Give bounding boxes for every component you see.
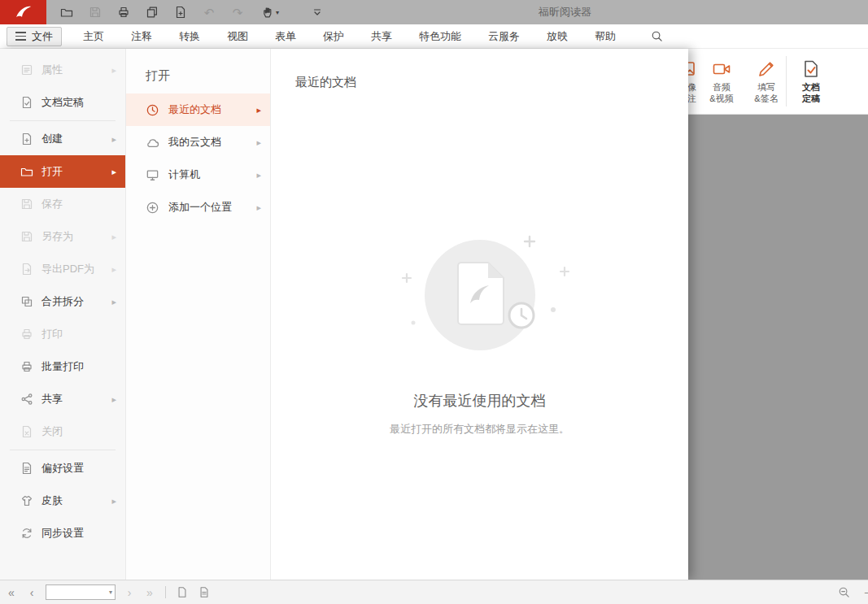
open-item-recent-documents[interactable]: 最近的文档▸ <box>126 93 270 126</box>
preferences-icon <box>20 462 33 475</box>
submenu-arrow-icon: ▸ <box>111 167 116 177</box>
first-page-button[interactable]: « <box>5 586 18 599</box>
quick-access-toolbar: ↶ ↷ ▾ <box>58 3 326 21</box>
document-check-icon <box>801 59 821 79</box>
file-menu-item-share[interactable]: 共享▸ <box>0 383 125 415</box>
redo-button[interactable]: ↷ <box>229 3 246 21</box>
folder-open-icon <box>60 6 73 19</box>
save-button[interactable] <box>86 3 104 21</box>
open-item-computer[interactable]: 计算机▸ <box>126 159 270 191</box>
tab-present[interactable]: 放映 <box>547 29 568 44</box>
file-menu-item-save[interactable]: 保存 <box>0 188 125 220</box>
tab-protect[interactable]: 保护 <box>323 29 344 44</box>
cloud-icon <box>146 136 159 150</box>
video-camera-icon <box>712 59 731 79</box>
skin-shirt-icon <box>20 494 33 507</box>
create-document-button[interactable] <box>172 3 190 21</box>
empty-state-hint: 最近打开的所有文档都将显示在这里。 <box>271 422 688 437</box>
tab-home[interactable]: 主页 <box>83 29 104 44</box>
tab-convert[interactable]: 转换 <box>179 29 200 44</box>
file-menu-item-skin[interactable]: 皮肤▸ <box>0 485 125 517</box>
file-menu-item-save-as[interactable]: 另存为▸ <box>0 220 125 253</box>
open-item-my-cloud-documents[interactable]: 我的云文档▸ <box>126 126 270 159</box>
plus-circle-icon <box>146 201 159 215</box>
recent-documents-panel: 最近的文档 没有最近使用的文档 最近打开的所有文档都将显示在这里。 <box>271 49 688 580</box>
open-item-add-a-place[interactable]: 添加一个位置▸ <box>126 191 270 224</box>
undo-button[interactable]: ↶ <box>200 3 218 21</box>
sync-icon <box>20 527 33 540</box>
submenu-arrow-icon: ▸ <box>256 105 261 115</box>
save-icon <box>89 6 102 19</box>
customize-toolbar-icon <box>311 6 324 19</box>
tab-help[interactable]: 帮助 <box>595 29 616 44</box>
tab-comment[interactable]: 注释 <box>131 29 152 44</box>
close-document-icon <box>20 425 33 438</box>
last-page-button[interactable]: » <box>143 586 156 599</box>
copy-pages-button[interactable] <box>143 3 161 21</box>
tab-share[interactable]: 共享 <box>371 29 392 44</box>
export-icon <box>20 263 33 276</box>
tab-view[interactable]: 视图 <box>227 29 248 44</box>
file-menu-item-export-pdf[interactable]: 导出PDF为▸ <box>0 253 125 285</box>
page-number-input[interactable] <box>49 586 109 599</box>
submenu-arrow-icon: ▸ <box>256 137 261 148</box>
single-page-view-button[interactable] <box>175 585 190 600</box>
customize-quick-access-button[interactable] <box>308 3 326 21</box>
statusbar-separator <box>165 586 166 598</box>
file-menu-item-batch-print[interactable]: 批量打印 <box>0 350 125 383</box>
submenu-arrow-icon: ▸ <box>111 297 116 307</box>
file-menu-item-open[interactable]: 打开▸ <box>0 155 125 188</box>
submenu-arrow-icon: ▸ <box>256 170 261 180</box>
submenu-arrow-icon: ▸ <box>111 264 116 275</box>
titlebar: ↶ ↷ ▾ 福昕阅读器 <box>0 0 868 24</box>
submenu-arrow-icon: ▸ <box>111 65 116 76</box>
empty-state-title: 没有最近使用的文档 <box>271 391 688 411</box>
file-menu-item-sync-settings[interactable]: 同步设置 <box>0 517 125 550</box>
menu-divider <box>10 120 116 121</box>
ribbon-item-audio-video[interactable]: 音频 &视频 <box>699 59 744 104</box>
hand-tool-icon <box>261 6 274 19</box>
file-menu-item-preferences[interactable]: 偏好设置 <box>0 452 125 485</box>
save-as-icon <box>20 230 33 243</box>
app-logo[interactable] <box>0 0 46 24</box>
ribbon-group-separator <box>786 56 787 106</box>
file-menu-item-properties[interactable]: 属性▸ <box>0 54 125 86</box>
ribbon-item-label-line2: &签名 <box>754 93 778 103</box>
tab-form[interactable]: 表单 <box>275 29 296 44</box>
ribbon-item-label-line2: 定稿 <box>802 93 820 103</box>
file-menu-panel: 属性▸ 文档定稿 创建▸ 打开▸ 保存 另存为▸ 导出PDF为▸ 合并拆分▸ 打… <box>0 49 688 580</box>
file-menu-item-print[interactable]: 打印 <box>0 318 125 350</box>
ribbon-item-doc-finalize[interactable]: 文档 定稿 <box>791 59 831 104</box>
dropdown-caret-icon: ▾ <box>109 589 112 596</box>
hand-tool-button[interactable]: ▾ <box>257 3 283 21</box>
pencil-icon <box>757 59 776 79</box>
computer-icon <box>146 168 159 182</box>
file-menu-item-merge-split[interactable]: 合并拆分▸ <box>0 285 125 318</box>
marquee-zoom-button[interactable] <box>836 585 851 600</box>
tab-special-features[interactable]: 特色功能 <box>419 29 461 44</box>
tab-cloud-service[interactable]: 云服务 <box>488 29 520 44</box>
undo-icon: ↶ <box>204 7 215 19</box>
page-number-combobox[interactable]: ▾ <box>46 584 116 600</box>
window-title: 福昕阅读器 <box>539 0 591 24</box>
open-file-button[interactable] <box>58 3 76 21</box>
ribbon-item-label-line1: 填写 <box>757 82 775 92</box>
file-menu-item-create[interactable]: 创建▸ <box>0 123 125 155</box>
print-button[interactable] <box>115 3 133 21</box>
search-icon[interactable] <box>651 30 663 42</box>
ribbon-item-label-line1: 文档 <box>802 82 820 92</box>
zoom-out-button[interactable]: − <box>861 586 868 599</box>
printer-icon <box>20 328 33 341</box>
file-menu-item-doc-finalize[interactable]: 文档定稿 <box>0 86 125 119</box>
continuous-page-view-button[interactable] <box>197 585 212 600</box>
zoom-controls: − <box>836 585 868 600</box>
ribbon-tabs: 主页 注释 转换 视图 表单 保护 共享 特色功能 云服务 放映 帮助 <box>83 29 663 44</box>
file-menu-item-close[interactable]: 关闭 <box>0 415 125 448</box>
clock-icon <box>146 103 159 117</box>
previous-page-button[interactable]: ‹ <box>25 586 38 599</box>
ribbon-item-fill-sign[interactable]: 填写 &签名 <box>744 59 789 104</box>
open-folder-icon <box>20 165 33 178</box>
file-menu-button[interactable]: 文件 <box>7 27 62 46</box>
ribbon-item-label-line1: 音频 <box>713 82 731 92</box>
next-page-button[interactable]: › <box>123 586 136 599</box>
